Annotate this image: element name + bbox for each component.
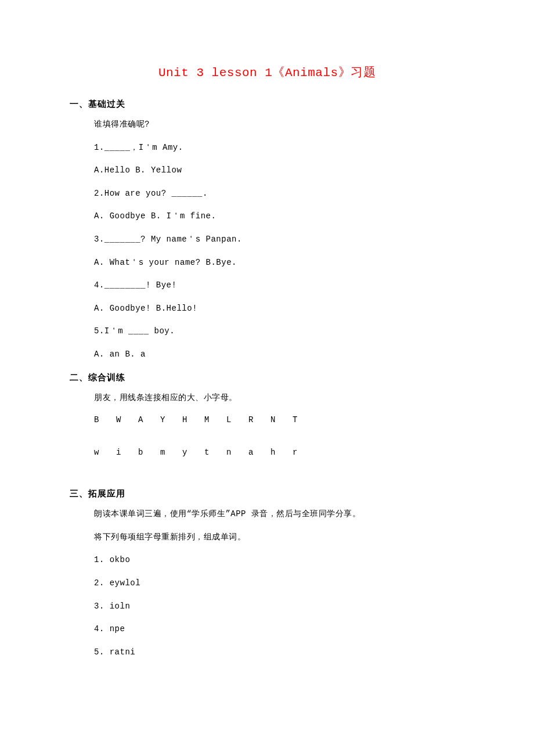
upper-letters-row: BWAYHMLRNT — [94, 415, 464, 424]
scramble-item: 5. ratni — [94, 647, 464, 658]
upper-letter: A — [138, 415, 160, 424]
section3-header: 三、拓展应用 — [70, 488, 464, 499]
q3-options: A. What＇s your name? B.Bye. — [94, 257, 464, 269]
upper-letter: W — [116, 415, 138, 424]
q5-options: A. an B. a — [94, 349, 464, 361]
upper-letter: H — [182, 415, 204, 424]
q2-options: A. Goodbye B. I＇m fine. — [94, 211, 464, 222]
section1-header: 一、基础过关 — [70, 99, 464, 110]
q2-text: 2.How are you? ______. — [94, 188, 464, 200]
upper-letter: L — [226, 415, 248, 424]
lower-letter: a — [248, 448, 270, 457]
q5-text: 5.I＇m ____ boy. — [94, 326, 464, 337]
document-page: Unit 3 lesson 1《Animals》习题 一、基础过关 谁填得准确呢… — [0, 0, 534, 704]
lower-letter: w — [94, 448, 116, 457]
upper-letter: N — [270, 415, 293, 424]
section2-header: 二、综合训练 — [70, 372, 464, 383]
q4-text: 4.________! Bye! — [94, 280, 464, 291]
lower-letter: i — [116, 448, 138, 457]
lower-letter: y — [182, 448, 204, 457]
lower-letter: r — [293, 448, 315, 457]
page-title: Unit 3 lesson 1《Animals》习题 — [70, 64, 464, 80]
section1-intro: 谁填得准确呢? — [94, 119, 464, 131]
lower-letters-row: wibmytnahr — [94, 448, 464, 457]
scramble-item: 4. npe — [94, 624, 464, 635]
upper-letter: T — [293, 415, 315, 424]
scramble-item: 3. ioln — [94, 601, 464, 613]
lower-letter: b — [138, 448, 160, 457]
section3-intro1: 朗读本课单词三遍，使用“学乐师生”APP 录音，然后与全班同学分享。 — [94, 509, 464, 520]
lower-letter: m — [160, 448, 182, 457]
q1-text: 1._____，I＇m Amy. — [94, 142, 464, 154]
upper-letter: R — [248, 415, 270, 424]
upper-letter: Y — [160, 415, 182, 424]
section2-intro: 朋友，用线条连接相应的大、小字母。 — [94, 393, 464, 404]
lower-letter: t — [204, 448, 226, 457]
q3-text: 3._______? My name＇s Panpan. — [94, 234, 464, 246]
section3-intro2: 将下列每项组字母重新排列，组成单词。 — [94, 532, 464, 543]
scramble-item: 2. eywlol — [94, 578, 464, 589]
upper-letter: B — [94, 415, 116, 424]
scramble-item: 1. okbo — [94, 555, 464, 566]
q4-options: A. Goodbye! B.Hello! — [94, 303, 464, 315]
lower-letter: h — [270, 448, 293, 457]
upper-letter: M — [204, 415, 226, 424]
q1-options: A.Hello B. Yellow — [94, 165, 464, 177]
lower-letter: n — [226, 448, 248, 457]
